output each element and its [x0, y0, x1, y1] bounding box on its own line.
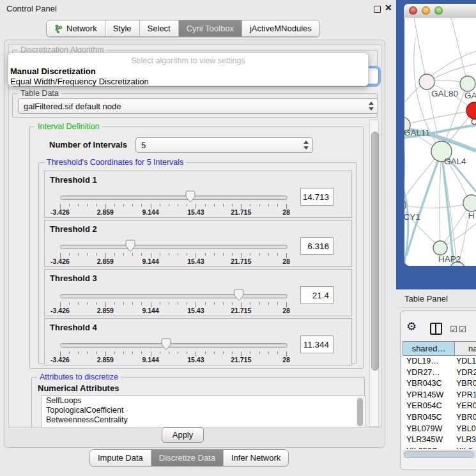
table-data-combobox[interactable]: galFiltered.sif default node — [18, 98, 378, 114]
network-edge[interactable] — [451, 17, 468, 84]
threshold-1-slider-track[interactable] — [60, 196, 288, 200]
cell-name[interactable]: YLR3 — [454, 434, 476, 446]
cell-shared-name[interactable]: YDL19… — [403, 356, 454, 367]
threshold-2-tick-labels: -3.4262.8599.14415.4321.71528 — [60, 257, 286, 265]
cell-shared-name[interactable]: YBR043C — [403, 378, 454, 390]
threshold-4-slider-track[interactable] — [60, 343, 288, 348]
float-window-icon[interactable] — [374, 6, 381, 13]
network-node[interactable] — [419, 74, 434, 89]
network-edge[interactable] — [440, 151, 441, 248]
network-node[interactable] — [463, 195, 476, 211]
network-node[interactable] — [433, 241, 447, 255]
close-icon[interactable]: ✕ — [385, 3, 392, 13]
cell-shared-name[interactable]: YLR345W — [403, 434, 454, 446]
cell-name[interactable]: YDL1 — [454, 356, 476, 367]
cell-name[interactable]: YBR0 — [454, 378, 476, 390]
cell-name[interactable]: YDR2 — [454, 367, 476, 379]
tab-cyni-toolbox[interactable]: Cyni Toolbox — [178, 20, 242, 36]
numerical-attributes-list[interactable]: SelfLoopsTopologicalCoefficientBetweenne… — [41, 395, 365, 427]
network-edge[interactable] — [414, 17, 427, 82]
table-row[interactable]: YDL19…YDL1 — [403, 356, 476, 367]
tab-jactivemnodules[interactable]: jActiveMNodules — [242, 20, 319, 36]
list-item[interactable]: BetweennessCentrality — [42, 415, 365, 425]
tab-style-label: Style — [113, 20, 132, 36]
tab-jactivemnodules-label: jActiveMNodules — [250, 20, 312, 36]
network-node[interactable] — [460, 76, 475, 91]
table-row[interactable]: YBR045CYBR0 — [403, 412, 476, 424]
cell-shared-name[interactable]: YBR045C — [403, 412, 454, 424]
tab-infer-network[interactable]: Infer Network — [223, 450, 288, 466]
main-scrollbar-thumb[interactable] — [371, 132, 379, 371]
cell-shared-name[interactable]: YDR27… — [403, 367, 454, 379]
table-horizontal-scrollbar-thumb[interactable] — [404, 451, 474, 458]
table-row[interactable]: YBL079WYBL0 — [403, 424, 476, 435]
column-header-name[interactable]: na — [455, 342, 476, 355]
threshold-4-value-field[interactable]: 11.344 — [300, 335, 334, 353]
cell-shared-name[interactable]: YIL052C — [403, 446, 454, 449]
network-edge-highlighted[interactable] — [406, 151, 441, 256]
threshold-2-value-field[interactable]: 6.316 — [300, 237, 334, 255]
cell-shared-name[interactable]: YPR145W — [403, 390, 454, 401]
network-node[interactable] — [450, 262, 465, 277]
threshold-3-value-field[interactable]: 21.4 — [300, 286, 334, 304]
threshold-3-slider-handle[interactable] — [234, 289, 244, 302]
algorithm-option-equal-width[interactable]: Equal Width/Frequency Discretization — [10, 77, 149, 86]
threshold-3-slider-track[interactable] — [60, 294, 288, 298]
network-edge[interactable] — [402, 111, 474, 125]
list-item[interactable]: TopologicalCoefficient — [42, 406, 365, 415]
number-of-intervals-value: 5 — [141, 141, 146, 150]
network-node-label: GAL11 — [404, 128, 430, 137]
algorithm-placeholder: Select algorithm to view settings — [8, 56, 368, 65]
tab-style[interactable]: Style — [105, 20, 139, 36]
apply-button[interactable]: Apply — [162, 427, 204, 443]
network-node[interactable] — [396, 198, 406, 212]
tab-select-label: Select — [148, 20, 171, 36]
table-row[interactable]: YER054CYER0 — [403, 401, 476, 412]
cell-name[interactable]: YBR0 — [454, 412, 476, 424]
tab-network[interactable]: Network — [47, 20, 105, 36]
table-horizontal-scrollbar[interactable] — [403, 450, 476, 458]
threshold-1-slider-handle[interactable] — [185, 190, 196, 203]
cyni-scroll-area: Discretization Algorithm Table Data galF… — [8, 44, 381, 427]
cell-name[interactable]: YER0 — [454, 401, 476, 412]
split-columns-icon[interactable] — [430, 323, 442, 335]
thresholds-group-label: Threshold's Coordinates for 5 Intervals — [44, 158, 186, 167]
tab-cyni-toolbox-label: Cyni Toolbox — [187, 20, 234, 36]
attributes-scrollbar-thumb[interactable] — [357, 398, 363, 426]
column-header-shared-name[interactable]: shared… — [403, 342, 455, 355]
cell-name[interactable]: YPR1 — [454, 390, 476, 401]
threshold-2-slider-track[interactable] — [60, 245, 288, 249]
cell-name[interactable]: YBL0 — [454, 424, 476, 435]
list-item[interactable]: SelfLoops — [42, 396, 365, 406]
table-row[interactable]: YDR27…YDR2 — [403, 367, 476, 379]
threshold-2-slider-handle[interactable] — [125, 240, 135, 252]
tab-select[interactable]: Select — [139, 20, 178, 36]
number-of-intervals-combobox[interactable]: 5 — [135, 137, 313, 153]
threshold-1-label: Threshold 1 — [50, 175, 97, 185]
threshold-4-slider-handle[interactable] — [161, 338, 171, 351]
table-row[interactable]: YLR345WYLR3 — [403, 434, 476, 446]
numerical-attributes-label: Numerical Attributes — [38, 383, 119, 393]
threshold-1-panel: Threshold 1 -3.4262.8599.14415.4321.7152… — [44, 171, 352, 218]
network-edge[interactable] — [399, 125, 405, 204]
algorithm-option-manual[interactable]: Manual Discretization — [10, 66, 96, 76]
cell-shared-name[interactable]: YBL079W — [403, 424, 454, 435]
table-data-label: Table Data — [18, 89, 61, 98]
checkbox-icon[interactable]: ☑ — [450, 325, 457, 334]
cell-shared-name[interactable]: YER054C — [403, 401, 454, 412]
attributes-scrollbar[interactable] — [357, 397, 364, 427]
tab-discretize-data[interactable]: Discretize Data — [151, 450, 223, 466]
tab-impute-data-label: Impute Data — [98, 450, 143, 466]
tab-impute-data[interactable]: Impute Data — [90, 450, 151, 466]
table-row[interactable]: YIL052CYIL0 — [403, 446, 476, 449]
cell-name[interactable]: YIL0 — [454, 446, 476, 449]
network-edge[interactable] — [399, 203, 471, 208]
main-scrollbar[interactable] — [369, 119, 379, 427]
gear-icon[interactable]: ⚙ — [406, 319, 417, 334]
table-row[interactable]: YPR145WYPR1 — [403, 390, 476, 401]
checkbox-icon[interactable]: ☑ — [459, 325, 466, 334]
network-node-label: GAL4 — [444, 157, 466, 166]
table-row[interactable]: YBR043CYBR0 — [403, 378, 476, 390]
attribute-items: SelfLoopsTopologicalCoefficientBetweenne… — [42, 396, 365, 425]
threshold-1-value-field[interactable]: 14.713 — [300, 188, 334, 206]
